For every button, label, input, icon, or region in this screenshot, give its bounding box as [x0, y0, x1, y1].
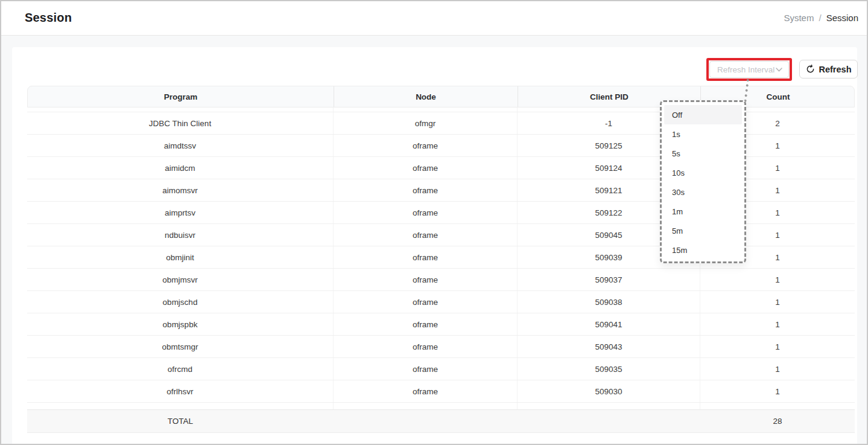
cell-program: JDBC Thin Client — [27, 112, 334, 134]
dropdown-option-5s[interactable]: 5s — [664, 144, 742, 163]
cell-count: 1 — [700, 291, 855, 313]
cell-program: aimprtsv — [27, 202, 334, 223]
cell-program: aimidcm — [27, 157, 334, 179]
dropdown-option-1s[interactable]: 1s — [664, 124, 742, 144]
cell-program: obmjschd — [27, 291, 334, 313]
cell-program: obmjmsvr — [27, 269, 334, 290]
cell-node: oframe — [334, 179, 518, 201]
refresh-button-label: Refresh — [819, 65, 852, 74]
cell-client-pid: 509038 — [518, 291, 700, 313]
cell-node: oframe — [334, 358, 518, 380]
dropdown-option-10s[interactable]: 10s — [664, 163, 742, 182]
refresh-button[interactable]: Refresh — [799, 60, 858, 78]
dropdown-option-off[interactable]: Off — [664, 105, 742, 124]
cell-node: oframe — [334, 202, 518, 223]
cell-count: 1 — [700, 380, 855, 402]
cell-count: 1 — [700, 313, 855, 335]
table-row: ofrcmdoframe5090351 — [27, 358, 855, 380]
cell-program: aimdtssv — [27, 135, 334, 156]
cell-node: oframe — [334, 336, 518, 357]
cell-node: oframe — [334, 157, 518, 179]
dropdown-option-1m[interactable]: 1m — [664, 202, 742, 221]
cell-program: ndbuisvr — [27, 224, 334, 246]
breadcrumb-session: Session — [826, 13, 858, 23]
cell-program: obmjinit — [27, 246, 334, 268]
cell-count: 1 — [700, 336, 855, 357]
dropdown-option-15m[interactable]: 15m — [664, 240, 742, 260]
cell-node: oframe — [334, 269, 518, 290]
cell-node: oframe — [334, 135, 518, 156]
cell-node: ofmgr — [334, 112, 518, 134]
cell-client-pid: 509041 — [518, 313, 700, 335]
dropdown-option-5m[interactable]: 5m — [664, 221, 742, 240]
cell-client-pid: 509037 — [518, 269, 700, 290]
cell-program: obmjspbk — [27, 313, 334, 335]
cell-program: obmtsmgr — [27, 336, 334, 357]
cell-node: oframe — [334, 224, 518, 246]
chevron-down-icon — [776, 68, 782, 72]
cell-program: ofrlhsvr — [27, 380, 334, 402]
cell-program: ofrcmd — [27, 358, 334, 380]
breadcrumb: System / Session — [784, 0, 858, 36]
cell-count: 1 — [700, 269, 855, 290]
page-title: Session — [25, 11, 72, 25]
total-count: 28 — [700, 410, 855, 432]
table-row: ofrlhsvroframe5090301 — [27, 380, 855, 403]
cell-node: oframe — [334, 246, 518, 268]
cell-client-pid: 509030 — [518, 380, 700, 402]
cell-node: oframe — [334, 313, 518, 335]
refresh-interval-placeholder: Refresh Interval — [717, 65, 776, 74]
breadcrumb-system[interactable]: System — [784, 13, 814, 23]
refresh-interval-dropdown: Off1s5s10s30s1m5m15m — [660, 100, 746, 263]
column-header-program: Program — [28, 86, 334, 107]
total-label: TOTAL — [27, 410, 334, 432]
cell-client-pid: 509043 — [518, 336, 700, 357]
table-total-row: TOTAL 28 — [27, 409, 855, 433]
cell-node: oframe — [334, 291, 518, 313]
cell-count: 1 — [700, 358, 855, 380]
cell-node: oframe — [334, 380, 518, 402]
table-row: obmtsmgroframe5090431 — [27, 336, 855, 358]
top-bar: Session System / Session — [0, 0, 868, 36]
dropdown-option-30s[interactable]: 30s — [664, 182, 742, 202]
breadcrumb-separator: / — [819, 13, 821, 23]
table-row: obmjspbkoframe5090411 — [27, 313, 855, 336]
cell-program: aimomsvr — [27, 179, 334, 201]
table-row: obmjschdoframe5090381 — [27, 291, 855, 313]
partial-row-bottom — [27, 403, 855, 409]
refresh-interval-select[interactable]: Refresh Interval — [709, 61, 789, 78]
refresh-icon — [806, 65, 815, 74]
column-header-node: Node — [334, 86, 518, 107]
cell-client-pid: 509035 — [518, 358, 700, 380]
table-row: obmjmsvroframe5090371 — [27, 269, 855, 291]
refresh-interval-dropdown-list: Off1s5s10s30s1m5m15m — [664, 105, 742, 260]
